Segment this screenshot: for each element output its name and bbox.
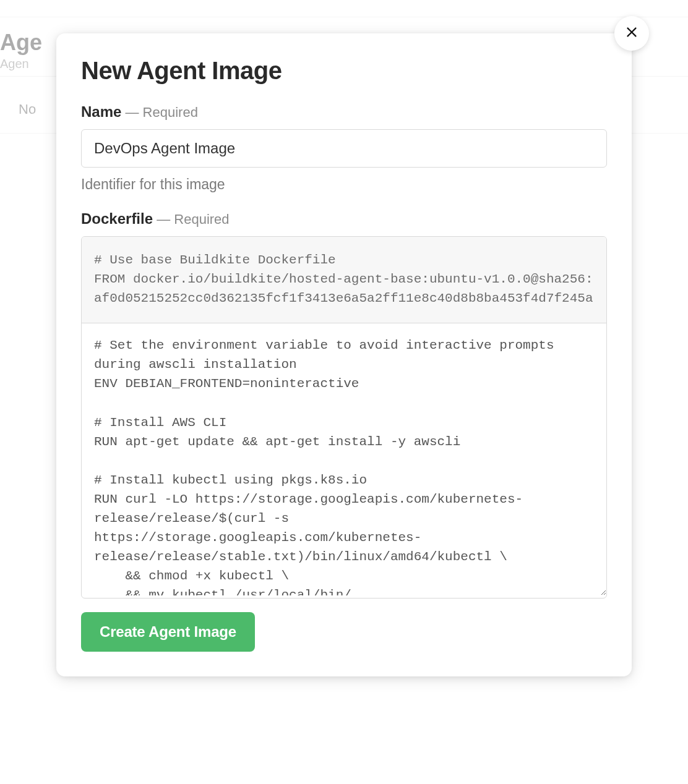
dockerfile-label: Dockerfile: [81, 210, 153, 227]
dockerfile-required-note: — Required: [153, 211, 230, 227]
close-icon: [625, 23, 639, 43]
dockerfile-base-readonly: # Use base Buildkite Dockerfile FROM doc…: [82, 237, 606, 323]
create-agent-image-button[interactable]: Create Agent Image: [81, 612, 255, 652]
dockerfile-container: # Use base Buildkite Dockerfile FROM doc…: [81, 236, 607, 599]
name-input[interactable]: [81, 129, 607, 168]
dockerfile-field-group: Dockerfile — Required # Use base Buildki…: [81, 210, 607, 599]
modal-overlay: New Agent Image Name — Required Identifi…: [0, 0, 688, 784]
name-required-note: — Required: [121, 104, 198, 120]
new-agent-image-modal: New Agent Image Name — Required Identifi…: [56, 33, 632, 676]
name-label-row: Name — Required: [81, 103, 607, 121]
name-help-text: Identifier for this image: [81, 176, 607, 193]
dockerfile-label-row: Dockerfile — Required: [81, 210, 607, 228]
dockerfile-textarea[interactable]: [82, 323, 606, 595]
close-button[interactable]: [614, 16, 649, 51]
name-field-group: Name — Required Identifier for this imag…: [81, 103, 607, 193]
name-label: Name: [81, 103, 121, 120]
modal-title: New Agent Image: [81, 57, 607, 85]
